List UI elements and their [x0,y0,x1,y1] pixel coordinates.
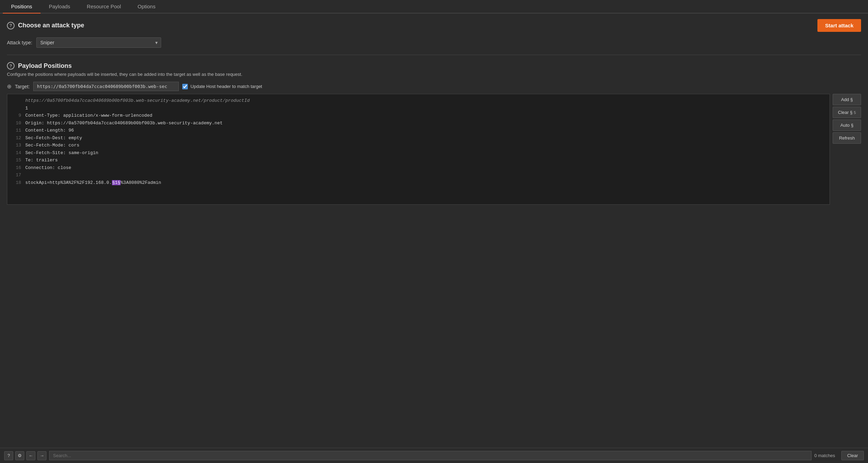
search-bar-icons: ? ⚙ ← → [4,451,46,460]
table-row: 11 Content-Length: 96 [7,127,830,134]
payload-positions-help-icon[interactable]: ? [7,62,15,70]
update-host-checkbox[interactable] [182,84,188,89]
main-content: ? Choose an attack type Start attack Att… [0,14,868,460]
target-crosshair-icon: ⊕ [7,83,11,90]
search-next-icon[interactable]: → [37,451,46,460]
tab-resource-pool[interactable]: Resource Pool [79,0,129,14]
table-row: 1 [7,105,830,112]
attack-type-title-group: ? Choose an attack type [7,22,84,29]
payload-positions-section: ? Payload Positions Configure the positi… [7,62,861,205]
attack-type-title: Choose an attack type [18,22,84,29]
tab-bar: Positions Payloads Resource Pool Options [0,0,868,14]
request-editor[interactable]: https://0a5700fb04da7ccac040689b00bf003b… [7,94,830,205]
target-row: ⊕ Target: Update Host header to match ta… [7,82,861,91]
table-row: 10 Origin: https://0a5700fb04da7ccac0406… [7,119,830,127]
target-url-input[interactable] [33,82,179,91]
table-row: 15 Te: trailers [7,157,830,164]
attack-type-select[interactable]: Sniper Battering ram Pitchfork Cluster b… [36,37,161,48]
update-host-row: Update Host header to match target [182,84,262,89]
search-bar: ? ⚙ ← → 0 matches Clear [0,448,868,463]
side-buttons-panel: Add § Clear § 5 Auto § Refresh [830,94,861,205]
search-prev-icon[interactable]: ← [26,451,35,460]
search-input[interactable] [49,451,812,460]
tab-payloads[interactable]: Payloads [41,0,79,14]
update-host-label: Update Host header to match target [191,84,262,89]
clear-search-button[interactable]: Clear [841,451,864,460]
auto-section-button[interactable]: Auto § [833,119,861,131]
table-row: 12 Sec-Fetch-Dest: empty [7,134,830,142]
payload-positions-description: Configure the positions where payloads w… [7,72,861,77]
match-count: 0 matches [814,453,839,458]
search-settings-icon[interactable]: ⚙ [15,451,24,460]
table-row: 9 Content-Type: application/x-www-form-u… [7,112,830,119]
payload-highlight: §1§ [112,180,121,185]
editor-container: https://0a5700fb04da7ccac040689b00bf003b… [7,94,861,205]
table-row: 18 stockApi=http%3A%2F%2F192.168.0.§1§%3… [7,179,830,187]
table-row: 16 Connection: close [7,164,830,172]
search-help-icon[interactable]: ? [4,451,13,460]
payload-positions-title-group: ? Payload Positions [7,62,861,70]
attack-type-section-header: ? Choose an attack type Start attack [7,19,861,32]
tab-positions[interactable]: Positions [3,0,41,14]
add-section-button[interactable]: Add § [833,94,861,105]
target-label: Target: [15,84,30,89]
table-row: 17 [7,171,830,179]
payload-positions-title: Payload Positions [18,62,72,70]
attack-type-help-icon[interactable]: ? [7,22,15,29]
tab-options[interactable]: Options [129,0,164,14]
table-row: 13 Sec-Fetch-Mode: cors [7,142,830,149]
attack-type-select-wrapper: Sniper Battering ram Pitchfork Cluster b… [36,37,161,48]
attack-type-row: Attack type: Sniper Battering ram Pitchf… [7,37,861,55]
refresh-button[interactable]: Refresh [833,132,861,144]
table-row: 14 Sec-Fetch-Site: same-origin [7,149,830,157]
start-attack-button[interactable]: Start attack [817,19,861,32]
clear-section-button[interactable]: Clear § 5 [833,107,861,118]
attack-type-label: Attack type: [7,40,32,45]
clear-section-count: 5 [854,110,856,115]
table-row: https://0a5700fb04da7ccac040689b00bf003b… [7,97,830,105]
